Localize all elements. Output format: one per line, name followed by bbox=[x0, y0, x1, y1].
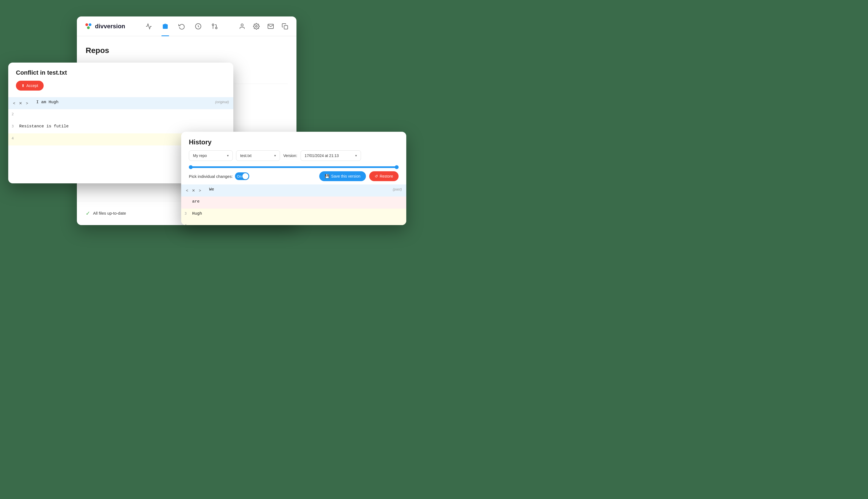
conflict-line-1: < ✕ > I am Hugh (original) bbox=[8, 97, 233, 109]
nav-repos-icon[interactable] bbox=[161, 23, 169, 30]
restore-button[interactable]: ↺ Restore bbox=[369, 171, 399, 181]
history-window: History My repo ▾ test.txt ▾ Version: 17… bbox=[181, 132, 406, 225]
svg-rect-8 bbox=[284, 25, 288, 29]
slider-track[interactable] bbox=[189, 166, 399, 168]
history-controls: My repo ▾ test.txt ▾ Version: 17/01/2024… bbox=[189, 150, 399, 161]
history-title: History bbox=[189, 138, 399, 146]
line-label-1: (original) bbox=[210, 97, 233, 109]
history-line-controls-1: < ✕ > bbox=[181, 184, 206, 196]
history-line-num-3: 3 bbox=[181, 209, 189, 221]
version-dropdown-arrow: ▾ bbox=[355, 154, 357, 158]
nav-copy-icon[interactable] bbox=[281, 23, 289, 30]
nav-health-icon[interactable] bbox=[145, 23, 152, 30]
history-line-content-2: are bbox=[189, 196, 406, 209]
history-line-num-2 bbox=[181, 196, 189, 209]
save-version-label: Save this version bbox=[331, 174, 360, 179]
slider-fill bbox=[189, 166, 399, 168]
file-dropdown-arrow: ▾ bbox=[274, 154, 276, 158]
version-dropdown-value: 17/01/2024 at 21:13 bbox=[305, 154, 339, 158]
accept-button[interactable]: ⬆ Accept bbox=[16, 81, 44, 90]
titlebar: divversion bbox=[77, 16, 296, 36]
history-header: History My repo ▾ test.txt ▾ Version: 17… bbox=[181, 132, 406, 165]
line-num-3: 3 bbox=[8, 121, 16, 133]
app-name: divversion bbox=[95, 23, 125, 30]
accept-icon: ⬆ bbox=[21, 83, 25, 88]
history-options: Pick individual changes: On 💾 Save this … bbox=[181, 169, 406, 183]
history-line-content-4 bbox=[189, 221, 406, 225]
slider-container bbox=[181, 165, 406, 169]
line-content-1: I am Hugh bbox=[33, 97, 210, 109]
save-version-button[interactable]: 💾 Save this version bbox=[319, 171, 366, 181]
accept-label: Accept bbox=[26, 83, 38, 88]
history-line-3: 3 Hugh bbox=[181, 209, 406, 221]
conflict-header: Conflict in test.txt ⬆ Accept bbox=[8, 63, 233, 95]
svg-point-6 bbox=[241, 24, 243, 26]
line-num-4: 4 bbox=[8, 133, 16, 145]
divversion-logo-icon bbox=[85, 23, 92, 30]
repo-dropdown-arrow: ▾ bbox=[227, 154, 229, 158]
toggle-knob bbox=[242, 173, 248, 179]
history-prev-btn-1[interactable]: < bbox=[184, 187, 190, 194]
svg-point-3 bbox=[216, 27, 217, 29]
svg-point-0 bbox=[85, 23, 88, 26]
status-text: All files up-to-date bbox=[93, 211, 126, 216]
logo-area: divversion bbox=[85, 23, 125, 30]
restore-icon: ↺ bbox=[375, 174, 378, 179]
action-buttons: 💾 Save this version ↺ Restore bbox=[319, 171, 399, 181]
status-ok: ✓ All files up-to-date bbox=[86, 210, 126, 217]
toggle-label: On bbox=[237, 174, 242, 179]
conflict-title: Conflict in test.txt bbox=[16, 69, 225, 76]
conflict-line-2: 2 bbox=[8, 109, 233, 121]
repo-dropdown-value: My repo bbox=[193, 154, 207, 158]
history-line-4: 4 bbox=[181, 221, 406, 225]
history-line-2: are bbox=[181, 196, 406, 209]
nav-user-icon[interactable] bbox=[238, 23, 246, 30]
version-dropdown[interactable]: 17/01/2024 at 21:13 ▾ bbox=[301, 150, 361, 161]
line-num-2: 2 bbox=[8, 109, 16, 121]
pick-changes-container: Pick individual changes: On bbox=[189, 172, 249, 180]
history-line-1: < ✕ > We (past) bbox=[181, 184, 406, 196]
history-close-btn-1[interactable]: ✕ bbox=[191, 187, 196, 194]
line-controls-1: < ✕ > bbox=[8, 97, 33, 109]
pick-label: Pick individual changes: bbox=[189, 174, 233, 179]
history-editor: < ✕ > We (past) are 3 Hugh 4 bbox=[181, 184, 406, 225]
pick-changes-toggle[interactable]: On bbox=[235, 172, 249, 180]
next-btn-1[interactable]: > bbox=[24, 100, 30, 106]
nav-merge-icon[interactable] bbox=[211, 23, 219, 30]
save-version-icon: 💾 bbox=[325, 174, 329, 179]
slider-thumb-left[interactable] bbox=[189, 165, 193, 169]
close-btn-1[interactable]: ✕ bbox=[18, 100, 23, 106]
file-dropdown-value: test.txt bbox=[240, 154, 252, 158]
nav-history-icon[interactable] bbox=[178, 23, 186, 30]
svg-point-2 bbox=[87, 26, 90, 29]
repo-dropdown[interactable]: My repo ▾ bbox=[189, 150, 233, 161]
history-next-btn-1[interactable]: > bbox=[197, 187, 203, 194]
version-label: Version: bbox=[283, 154, 297, 158]
slider-thumb-right[interactable] bbox=[395, 165, 399, 169]
history-line-label-1: (past) bbox=[389, 184, 406, 196]
nav-settings-icon[interactable] bbox=[253, 23, 260, 30]
nav-right-icons bbox=[238, 23, 289, 30]
prev-btn-1[interactable]: < bbox=[12, 100, 17, 106]
history-line-content-3: Hugh bbox=[189, 209, 406, 221]
check-icon: ✓ bbox=[86, 210, 90, 217]
nav-mail-icon[interactable] bbox=[267, 23, 274, 30]
history-line-content-1: We bbox=[206, 184, 389, 196]
svg-point-1 bbox=[89, 23, 91, 26]
repos-title: Repos bbox=[86, 46, 288, 55]
nav-icons bbox=[138, 23, 225, 30]
file-dropdown[interactable]: test.txt ▾ bbox=[236, 150, 280, 161]
line-content-2 bbox=[16, 109, 233, 121]
svg-point-4 bbox=[212, 24, 214, 25]
restore-label: Restore bbox=[380, 174, 393, 179]
nav-fire-icon[interactable] bbox=[194, 23, 202, 30]
svg-point-7 bbox=[256, 25, 257, 27]
